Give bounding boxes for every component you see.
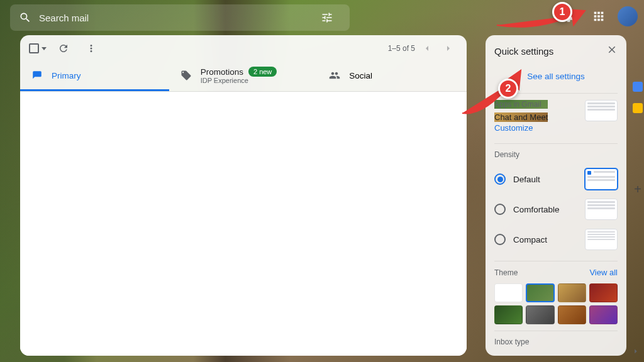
refresh-button[interactable]	[53, 38, 74, 59]
tab-promotions-label: Promotions	[201, 67, 243, 77]
density-comfortable[interactable]: Comfortable	[494, 194, 618, 224]
search-icon	[19, 11, 31, 24]
category-tabs: Primary Promotions 2 new IDP Experience …	[20, 62, 467, 92]
promotions-badge: 2 new	[248, 67, 277, 77]
tune-icon[interactable]	[321, 11, 333, 24]
inbox-type-title: Inbox type	[494, 337, 618, 346]
theme-option[interactable]	[589, 283, 618, 302]
select-all-checkbox[interactable]	[29, 43, 47, 53]
more-button[interactable]	[80, 38, 102, 59]
tab-primary-label: Primary	[52, 71, 81, 80]
mail-panel: 1–5 of 5 Primary Promotions 2 new IDP Ex…	[20, 35, 467, 356]
collapse-side-icon[interactable]	[631, 347, 640, 358]
pager-prev[interactable]	[418, 39, 436, 58]
tab-social[interactable]: Social	[318, 62, 467, 91]
theme-option[interactable]	[526, 305, 554, 324]
search-box[interactable]: Search mail	[10, 4, 350, 31]
theme-option[interactable]	[558, 283, 586, 302]
side-widgets	[631, 82, 644, 113]
density-default[interactable]: Default	[494, 164, 618, 194]
apps-customize-link[interactable]: Customize	[494, 123, 533, 133]
calendar-widget-icon[interactable]	[633, 82, 643, 92]
theme-option[interactable]	[589, 305, 618, 324]
mail-toolbar: 1–5 of 5	[20, 35, 467, 62]
settings-gear-icon[interactable]	[557, 5, 580, 28]
density-compact[interactable]: Compact	[494, 224, 618, 255]
apps-grid-icon[interactable]	[587, 5, 610, 28]
pager-text: 1–5 of 5	[388, 44, 415, 53]
add-widget-icon[interactable]: +	[634, 182, 641, 197]
tab-primary[interactable]: Primary	[20, 62, 169, 91]
close-icon	[606, 44, 618, 55]
density-title: Density	[494, 150, 618, 159]
search-placeholder: Search mail	[39, 13, 89, 23]
apps-section-title: Apps in Gmail	[494, 100, 548, 109]
account-avatar[interactable]	[618, 6, 638, 26]
keep-widget-icon[interactable]	[633, 103, 643, 113]
tab-social-label: Social	[349, 71, 372, 80]
inbox-type-section: Inbox type Default Customize	[494, 331, 618, 347]
theme-title: Theme	[494, 268, 518, 277]
quick-settings-panel: Quick settings See all settings Apps in …	[486, 35, 626, 356]
apps-chat-meet: Chat and Meet	[494, 112, 548, 122]
theme-option[interactable]	[494, 283, 523, 302]
density-section: Density Default Comfortable Compact	[494, 143, 618, 261]
quick-settings-title: Quick settings	[494, 46, 553, 57]
mail-list-area	[20, 92, 467, 356]
see-all-settings-link[interactable]: See all settings	[527, 72, 585, 81]
close-button[interactable]	[606, 44, 618, 58]
theme-view-all[interactable]: View all	[589, 268, 618, 277]
theme-option[interactable]	[494, 305, 523, 324]
theme-option[interactable]	[558, 305, 586, 324]
theme-option[interactable]	[526, 283, 554, 302]
top-bar: Search mail	[0, 0, 644, 35]
theme-section: Theme View all	[494, 261, 618, 331]
tab-promotions[interactable]: Promotions 2 new IDP Experience	[169, 62, 318, 91]
apps-section: Apps in Gmail Chat and Meet Customize	[494, 93, 618, 143]
apps-preview	[585, 100, 618, 121]
tab-promotions-sub: IDP Experience	[201, 77, 277, 84]
pager-next[interactable]	[439, 39, 458, 58]
